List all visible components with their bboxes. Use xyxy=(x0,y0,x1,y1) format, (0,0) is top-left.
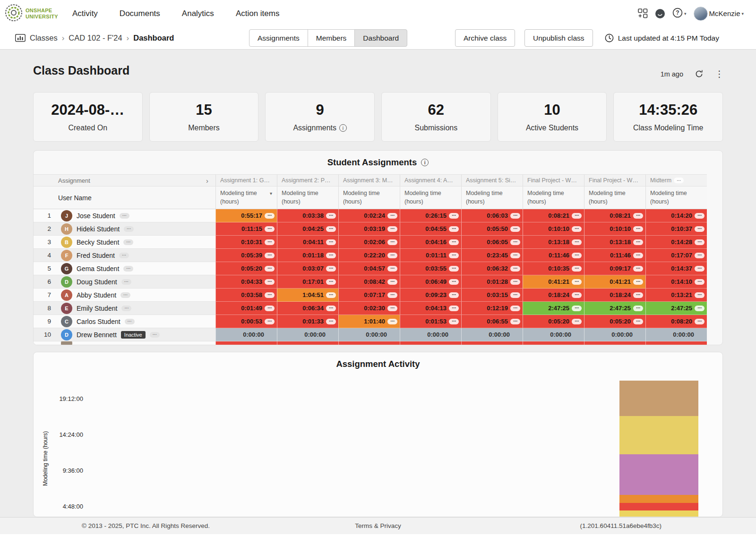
breadcrumb-item[interactable]: Classes xyxy=(30,34,58,42)
refresh-icon[interactable] xyxy=(695,69,704,78)
user-name-header[interactable]: User Name xyxy=(34,187,215,209)
breadcrumb-item[interactable]: CAD 102 - F'24 xyxy=(69,34,122,42)
modeling-time-header[interactable]: Modeling time (hours) xyxy=(645,187,707,209)
cell-menu-icon[interactable]: ⋯ xyxy=(633,319,643,324)
cell-menu-icon[interactable]: ⋯ xyxy=(695,226,704,232)
cell-menu-icon[interactable]: ⋯ xyxy=(695,213,704,219)
cell-menu-icon[interactable]: ⋯ xyxy=(633,266,643,272)
cell-menu-icon[interactable]: ⋯ xyxy=(265,319,275,324)
row-menu-icon[interactable]: ⋯ xyxy=(120,213,129,219)
row-menu-icon[interactable]: ⋯ xyxy=(120,292,130,298)
cell-menu-icon[interactable]: ⋯ xyxy=(572,292,582,298)
cell-menu-icon[interactable]: ⋯ xyxy=(633,239,643,245)
nav-action-items[interactable]: Action items xyxy=(236,9,280,18)
cell-menu-icon[interactable]: ⋯ xyxy=(510,279,520,285)
modeling-time-header[interactable]: Modeling time▾ (hours) xyxy=(215,187,277,209)
assignment-column-header[interactable]: Assignment 2: P… xyxy=(277,175,338,186)
cell-menu-icon[interactable]: ⋯ xyxy=(387,292,397,298)
cell-menu-icon[interactable]: ⋯ xyxy=(326,213,336,219)
cell-menu-icon[interactable]: ⋯ xyxy=(387,279,397,285)
assignment-column-header[interactable]: Final Project - W… xyxy=(523,175,584,186)
cell-menu-icon[interactable]: ⋯ xyxy=(510,266,520,272)
cell-menu-icon[interactable]: ⋯ xyxy=(695,279,704,285)
cell-menu-icon[interactable]: ⋯ xyxy=(326,226,336,232)
cell-menu-icon[interactable]: ⋯ xyxy=(449,319,459,324)
nav-analytics[interactable]: Analytics xyxy=(182,9,214,18)
cell-menu-icon[interactable]: ⋯ xyxy=(510,292,520,298)
assignment-column-header[interactable]: Assignment 4: A… xyxy=(400,175,461,186)
row-menu-icon[interactable]: ⋯ xyxy=(123,239,133,245)
modeling-time-header[interactable]: Modeling time (hours) xyxy=(400,187,461,209)
cell-menu-icon[interactable]: ⋯ xyxy=(510,306,520,311)
kebab-menu-icon[interactable]: ⋮ xyxy=(715,68,724,79)
cell-menu-icon[interactable]: ⋯ xyxy=(695,306,704,311)
assignment-column-header[interactable]: Final Project - W… xyxy=(584,175,645,186)
cell-menu-icon[interactable]: ⋯ xyxy=(449,279,459,285)
cell-menu-icon[interactable]: ⋯ xyxy=(695,239,704,245)
tab-assignments[interactable]: Assignments xyxy=(249,29,308,47)
cell-menu-icon[interactable]: ⋯ xyxy=(695,266,704,272)
chevron-right-icon[interactable]: › xyxy=(206,177,215,185)
row-menu-icon[interactable]: ⋯ xyxy=(150,332,160,338)
cell-menu-icon[interactable]: ⋯ xyxy=(510,253,520,258)
cell-menu-icon[interactable]: ⋯ xyxy=(633,213,643,219)
row-menu-icon[interactable]: ⋯ xyxy=(124,226,134,232)
row-menu-icon[interactable]: ⋯ xyxy=(123,266,133,272)
cell-menu-icon[interactable]: ⋯ xyxy=(510,319,520,324)
cell-menu-icon[interactable]: ⋯ xyxy=(387,266,397,272)
cell-menu-icon[interactable]: ⋯ xyxy=(387,319,397,324)
cell-menu-icon[interactable]: ⋯ xyxy=(449,266,459,272)
cell-menu-icon[interactable]: ⋯ xyxy=(633,292,643,298)
cell-menu-icon[interactable]: ⋯ xyxy=(387,239,397,245)
cell-menu-icon[interactable]: ⋯ xyxy=(387,213,397,219)
nav-documents[interactable]: Documents xyxy=(120,9,160,18)
modeling-time-header[interactable]: Modeling time (hours) xyxy=(523,187,584,209)
nav-activity[interactable]: Activity xyxy=(72,9,98,18)
learning-center-icon[interactable] xyxy=(655,8,665,19)
cell-menu-icon[interactable]: ⋯ xyxy=(633,279,643,285)
sort-chevron-icon[interactable]: ▾ xyxy=(270,191,277,196)
cell-menu-icon[interactable]: ⋯ xyxy=(572,279,582,285)
cell-menu-icon[interactable]: ⋯ xyxy=(572,239,582,245)
cell-menu-icon[interactable]: ⋯ xyxy=(449,306,459,311)
cell-menu-icon[interactable]: ⋯ xyxy=(572,213,582,219)
cell-menu-icon[interactable]: ⋯ xyxy=(265,266,275,272)
cell-menu-icon[interactable]: ⋯ xyxy=(695,319,704,324)
modeling-time-header[interactable]: Modeling time (hours) xyxy=(584,187,645,209)
cell-menu-icon[interactable]: ⋯ xyxy=(572,253,582,258)
cell-menu-icon[interactable]: ⋯ xyxy=(326,292,336,298)
cell-menu-icon[interactable]: ⋯ xyxy=(572,306,582,311)
cell-menu-icon[interactable]: ⋯ xyxy=(265,306,275,311)
row-menu-icon[interactable]: ⋯ xyxy=(125,319,135,324)
modeling-time-header[interactable]: Modeling time (hours) xyxy=(277,187,338,209)
cell-menu-icon[interactable]: ⋯ xyxy=(449,253,459,258)
assignment-column-header[interactable]: Assignment 3: M… xyxy=(338,175,400,186)
cell-menu-icon[interactable]: ⋯ xyxy=(449,239,459,245)
cell-menu-icon[interactable]: ⋯ xyxy=(510,239,520,245)
column-menu-icon[interactable]: ⋯ xyxy=(674,178,684,183)
cell-menu-icon[interactable]: ⋯ xyxy=(387,226,397,232)
cell-menu-icon[interactable]: ⋯ xyxy=(265,239,275,245)
cell-menu-icon[interactable]: ⋯ xyxy=(326,319,336,324)
cell-menu-icon[interactable]: ⋯ xyxy=(510,213,520,219)
cell-menu-icon[interactable]: ⋯ xyxy=(265,253,275,258)
cell-menu-icon[interactable]: ⋯ xyxy=(387,306,397,311)
cell-menu-icon[interactable]: ⋯ xyxy=(633,226,643,232)
cell-menu-icon[interactable]: ⋯ xyxy=(695,253,704,258)
cell-menu-icon[interactable]: ⋯ xyxy=(449,226,459,232)
cell-menu-icon[interactable]: ⋯ xyxy=(449,213,459,219)
cell-menu-icon[interactable]: ⋯ xyxy=(326,266,336,272)
help-menu[interactable]: ? ▾ xyxy=(672,8,687,20)
cell-menu-icon[interactable]: ⋯ xyxy=(572,266,582,272)
cell-menu-icon[interactable]: ⋯ xyxy=(695,292,704,298)
archive-class-button[interactable]: Archive class xyxy=(455,29,515,47)
info-icon[interactable]: i xyxy=(339,124,347,132)
onshape-university-logo[interactable]: ONSHAPE UNIVERSITY xyxy=(0,4,58,24)
unpublish-class-button[interactable]: Unpublish class xyxy=(524,29,593,47)
assignment-column-header[interactable]: Assignment 5: Si… xyxy=(461,175,523,186)
info-icon[interactable]: i xyxy=(421,159,429,166)
cell-menu-icon[interactable]: ⋯ xyxy=(633,306,643,311)
tab-dashboard[interactable]: Dashboard xyxy=(354,29,407,47)
cell-menu-icon[interactable]: ⋯ xyxy=(326,306,336,311)
apps-grid-icon[interactable] xyxy=(638,8,648,18)
